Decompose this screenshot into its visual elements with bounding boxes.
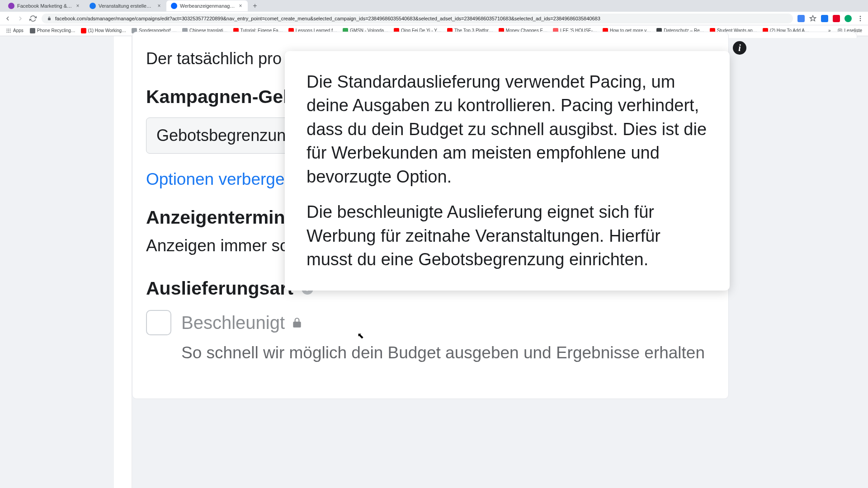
browser-chrome: Facebook Marketing & Werbe… × Veranstalt… (0, 0, 868, 36)
close-icon[interactable]: × (75, 3, 80, 9)
svg-point-8 (10, 30, 11, 31)
svg-point-6 (7, 30, 8, 31)
star-icon[interactable] (809, 15, 816, 22)
tab-title: Veranstaltung erstellen | Face… (99, 3, 154, 9)
svg-point-5 (10, 28, 11, 29)
favicon-icon (8, 3, 14, 9)
tab-bar: Facebook Marketing & Werbe… × Veranstalt… (0, 0, 868, 12)
ext-pin-icon[interactable] (833, 15, 840, 22)
svg-point-1 (860, 18, 861, 19)
apps-button[interactable]: Apps (4, 27, 26, 34)
tab-0[interactable]: Facebook Marketing & Werbe… × (4, 0, 85, 11)
bookmark-item[interactable]: Phone Recycling… (28, 27, 78, 34)
back-button[interactable] (4, 14, 12, 23)
page-content: Der tatsächlich pro Tag ausgegebene Betr… (0, 36, 868, 488)
info-icon[interactable]: i (733, 41, 746, 55)
svg-point-9 (7, 32, 8, 33)
bookmark-label: Phone Recycling… (37, 28, 75, 33)
lock-icon (47, 16, 52, 21)
new-tab-button[interactable]: + (250, 0, 260, 11)
delivery-heading: Auslieferungsart (146, 278, 293, 299)
cursor-icon: ⬉ (357, 331, 364, 341)
accelerated-desc: So schnell wir möglich dein Budget ausge… (181, 343, 715, 362)
left-rail (114, 36, 132, 488)
accelerated-checkbox[interactable] (146, 310, 171, 335)
favicon-icon (81, 28, 86, 33)
toolbar-right (797, 14, 864, 23)
lock-icon (291, 316, 303, 329)
reload-button[interactable] (29, 14, 37, 23)
tooltip-paragraph-2: Die beschleunigte Auslieferung eignet si… (307, 200, 708, 271)
url-text: facebook.com/adsmanager/manage/campaigns… (55, 16, 600, 21)
tab-title: Werbeanzeigenmanager - We… (180, 3, 235, 9)
favicon-icon (30, 28, 35, 33)
close-icon[interactable]: × (156, 3, 162, 9)
forward-button[interactable] (16, 14, 24, 23)
bookmark-label: (1) How Working… (88, 28, 126, 33)
tooltip-paragraph-1: Die Standardauslieferung verwendet Pacin… (307, 70, 708, 188)
apps-icon (6, 28, 11, 33)
tab-2[interactable]: Werbeanzeigenmanager - We… × (166, 0, 248, 11)
svg-point-11 (10, 32, 11, 33)
svg-point-7 (8, 30, 9, 31)
favicon-icon (171, 3, 177, 9)
ext-fb-icon[interactable] (821, 15, 828, 22)
delivery-tooltip: Die Standardauslieferung verwendet Pacin… (285, 51, 730, 291)
svg-point-4 (8, 28, 9, 29)
address-bar: facebook.com/adsmanager/manage/campaigns… (0, 12, 868, 25)
svg-point-0 (860, 16, 861, 17)
tab-1[interactable]: Veranstaltung erstellen | Face… × (85, 0, 166, 11)
menu-icon[interactable] (856, 14, 864, 23)
svg-point-10 (8, 32, 9, 33)
favicon-icon (90, 3, 96, 9)
svg-point-2 (860, 20, 861, 21)
gtranslate-icon[interactable] (797, 15, 805, 22)
tab-title: Facebook Marketing & Werbe… (17, 3, 72, 9)
checkbox-label-text: Beschleunigt (181, 313, 285, 333)
svg-point-3 (7, 28, 8, 29)
ext-generic-icon[interactable] (844, 15, 852, 22)
url-input[interactable]: facebook.com/adsmanager/manage/campaigns… (42, 14, 793, 23)
apps-label: Apps (13, 28, 24, 33)
dropdown-value: Gebotsbegrenzung (156, 126, 295, 145)
accelerated-label: Beschleunigt (181, 313, 303, 333)
bookmark-item[interactable]: (1) How Working… (79, 27, 128, 34)
close-icon[interactable]: × (238, 3, 243, 9)
